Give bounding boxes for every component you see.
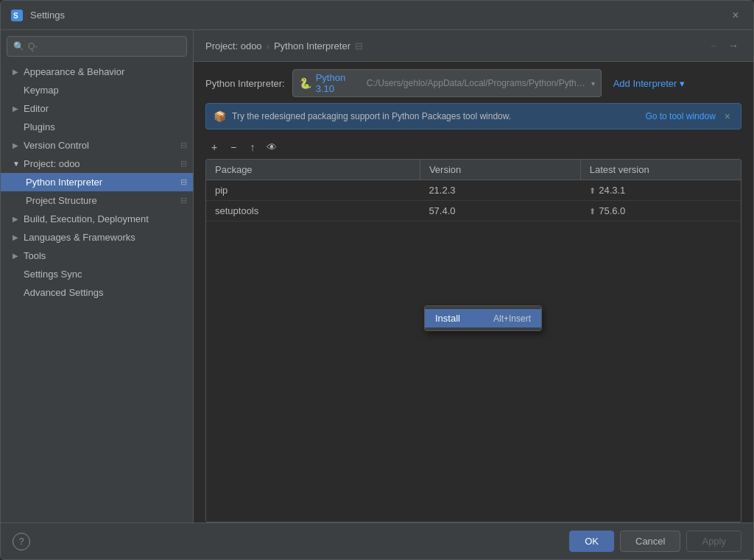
package-latest: ⬆24.3.1 [580,180,741,201]
sidebar-item-build[interactable]: ▶ Build, Execution, Deployment [1,210,193,228]
pin-icon-project: ⊟ [180,159,187,169]
package-table: Package Version Latest version pip 21.2.… [206,160,741,221]
expand-arrow-tools: ▶ [13,252,20,260]
expand-arrow-project: ▼ [13,160,20,168]
app-icon: S [10,8,24,23]
context-menu: Install Alt+Insert [424,305,542,331]
sidebar-item-appearance[interactable]: ▶ Appearance & Behavior [1,63,193,81]
add-interpreter-button[interactable]: Add Interpreter ▾ [609,76,690,91]
breadcrumb-separator: › [267,40,269,52]
info-banner-text: Try the redesigned packaging support in … [232,111,639,121]
info-banner: 📦 Try the redesigned packaging support i… [205,103,741,130]
pin-icon-py-interp: ⊟ [180,177,187,187]
interpreter-row: Python Interpreter: 🐍 Python 3.10 C:/Use… [194,62,753,103]
search-icon: 🔍 [13,41,24,52]
expand-arrow-build: ▶ [13,215,20,223]
main-layout: 🔍 ▶ Appearance & Behavior ▶ Keymap ▶ Edi… [1,30,753,522]
sidebar-item-version-control[interactable]: ▶ Version Control ⊟ [1,136,193,155]
sidebar-item-label: Appearance & Behavior [24,66,124,77]
search-box[interactable]: 🔍 [7,36,187,57]
sidebar-nav: ▶ Appearance & Behavior ▶ Keymap ▶ Edito… [1,61,193,522]
svg-text:S: S [13,12,18,20]
upgrade-icon: ⬆ [589,186,596,195]
apply-button[interactable]: Apply [686,531,741,552]
package-table-container: Package Version Latest version pip 21.2.… [205,159,741,522]
breadcrumb-parent: Project: odoo [205,40,262,52]
cancel-button[interactable]: Cancel [620,531,680,552]
search-input[interactable] [28,41,180,52]
sidebar-item-label: Version Control [24,140,89,151]
sidebar-item-tools[interactable]: ▶ Tools [1,247,193,265]
col-header-version: Version [420,160,580,180]
package-latest: ⬆75.6.0 [580,201,741,221]
sidebar-item-label: Project: odoo [24,158,80,169]
title-bar: S Settings × [1,1,753,30]
sidebar-item-keymap[interactable]: ▶ Keymap [1,81,193,99]
go-to-tool-window-link[interactable]: Go to tool window [645,111,715,121]
expand-arrow-appearance: ▶ [13,68,20,76]
table-row[interactable]: pip 21.2.3 ⬆24.3.1 [206,180,741,201]
sidebar: 🔍 ▶ Appearance & Behavior ▶ Keymap ▶ Edi… [1,30,194,522]
context-menu-shortcut-install: Alt+Insert [493,313,531,324]
interpreter-name: Python 3.10 [316,72,362,94]
sidebar-item-settings-sync[interactable]: ▶ Settings Sync [1,265,193,283]
sidebar-item-languages[interactable]: ▶ Languages & Frameworks [1,228,193,247]
pin-icon-vc: ⊟ [180,141,187,150]
sidebar-item-editor[interactable]: ▶ Editor [1,99,193,118]
upgrade-icon: ⬆ [589,207,596,216]
python-emoji: 🐍 [299,77,311,89]
add-package-button[interactable]: + [205,138,223,156]
sidebar-item-label: Project Structure [26,195,97,206]
breadcrumb-current: Python Interpreter [274,40,350,52]
expand-arrow-vc: ▶ [13,141,20,149]
content-header: Project: odoo › Python Interpreter ⊟ ← → [194,30,753,62]
action-buttons: OK Cancel Apply [569,531,741,552]
info-banner-close[interactable]: × [722,109,733,124]
dialog-title: Settings [30,10,727,21]
sidebar-item-project-odoo[interactable]: ▼ Project: odoo ⊟ [1,155,193,173]
package-version: 21.2.3 [420,180,580,201]
table-row[interactable]: setuptools 57.4.0 ⬆75.6.0 [206,201,741,221]
interpreter-label: Python Interpreter: [205,78,285,89]
sidebar-item-project-structure[interactable]: Project Structure ⊟ [1,191,193,210]
sidebar-item-label: Editor [24,103,49,114]
bottom-bar: ? OK Cancel Apply [1,522,753,559]
sidebar-item-python-interpreter[interactable]: Python Interpreter ⊟ [1,173,193,191]
context-menu-item-install[interactable]: Install Alt+Insert [425,309,541,327]
package-version: 57.4.0 [420,201,580,221]
nav-forward-button[interactable]: → [725,38,741,54]
interpreter-path: C:/Users/gehlo/AppData/Local/Programs/Py… [367,78,587,88]
sidebar-item-label: Settings Sync [24,269,82,280]
context-menu-item-label: Install [435,313,460,324]
add-interpreter-arrow: ▾ [680,78,685,89]
up-package-button[interactable]: ↑ [244,138,261,156]
add-interpreter-label: Add Interpreter [613,78,677,89]
eye-packages-button[interactable]: 👁 [263,138,281,156]
package-name: setuptools [206,201,420,221]
package-name: pip [206,180,420,201]
interpreter-dropdown[interactable]: 🐍 Python 3.10 C:/Users/gehlo/AppData/Loc… [292,69,602,97]
sidebar-item-label: Build, Execution, Deployment [24,213,149,224]
sidebar-item-label: Advanced Settings [24,287,103,298]
ok-button[interactable]: OK [569,531,614,552]
remove-package-button[interactable]: − [225,138,242,156]
sidebar-item-label: Keymap [24,85,59,96]
nav-back-button[interactable]: ← [706,38,722,54]
sidebar-item-plugins[interactable]: ▶ Plugins [1,118,193,136]
nav-arrows: ← → [706,38,741,54]
help-button[interactable]: ? [13,533,30,550]
pin-icon-proj-struct: ⊟ [180,196,187,205]
sidebar-item-advanced-settings[interactable]: ▶ Advanced Settings [1,283,193,302]
sidebar-item-label: Plugins [24,121,55,132]
col-header-package: Package [206,160,420,180]
close-button[interactable]: × [727,7,744,24]
sidebar-item-label: Tools [24,250,46,261]
settings-dialog: S Settings × 🔍 ▶ Appearance & Behavior ▶ [0,0,754,560]
expand-arrow-editor: ▶ [13,104,20,113]
interpreter-dropdown-arrow: ▾ [591,79,595,88]
breadcrumb-pin: ⊟ [355,40,363,52]
info-banner-icon: 📦 [214,110,226,122]
content-area: Project: odoo › Python Interpreter ⊟ ← →… [194,30,753,522]
sidebar-item-label: Languages & Frameworks [24,232,135,243]
expand-arrow-lang: ▶ [13,233,20,241]
